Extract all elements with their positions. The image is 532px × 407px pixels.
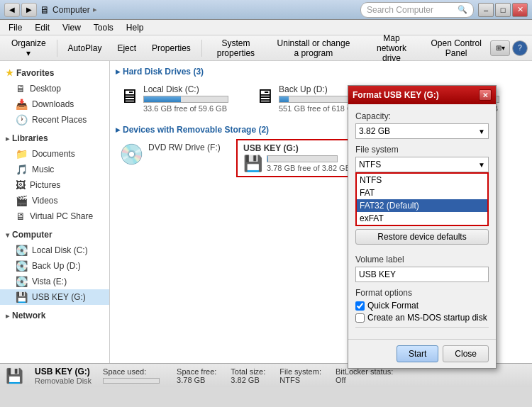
- filesystem-options-list: NTFS FAT FAT32 (Default) exFAT: [355, 172, 489, 226]
- dialog-body: Capacity: 3.82 GB ▼ File system NTFS ▼ N…: [348, 104, 496, 339]
- msdos-row: Create an MS-DOS startup disk: [355, 313, 489, 323]
- filesystem-current-value: NTFS: [359, 160, 381, 169]
- dialog-title: Format USB KEY (G:): [353, 90, 439, 100]
- fs-option-fat[interactable]: FAT: [357, 186, 487, 199]
- dialog-close-icon-btn[interactable]: ✕: [479, 89, 492, 101]
- msdos-checkbox[interactable]: [355, 313, 365, 323]
- fs-option-fat32[interactable]: FAT32 (Default): [357, 199, 487, 212]
- filesystem-dropdown-arrow-icon: ▼: [478, 161, 485, 169]
- format-options-label: Format options: [355, 288, 489, 298]
- filesystem-label-dialog: File system: [355, 145, 489, 155]
- dialog-overlay: Format USB KEY (G:) ✕ Capacity: 3.82 GB …: [0, 0, 532, 407]
- capacity-value: 3.82 GB: [359, 126, 390, 136]
- restore-defaults-btn[interactable]: Restore device defaults: [355, 229, 489, 245]
- format-dialog: Format USB KEY (G:) ✕ Capacity: 3.82 GB …: [348, 85, 497, 369]
- capacity-dropdown-arrow-icon: ▼: [478, 128, 485, 135]
- quick-format-checkbox[interactable]: [355, 301, 365, 311]
- fs-option-exfat[interactable]: exFAT: [357, 212, 487, 225]
- dialog-divider: [355, 327, 489, 328]
- start-btn[interactable]: Start: [397, 345, 438, 362]
- capacity-label: Capacity:: [355, 111, 489, 121]
- volume-label-input[interactable]: [355, 267, 489, 282]
- msdos-label: Create an MS-DOS startup disk: [367, 313, 487, 323]
- fs-option-ntfs[interactable]: NTFS: [357, 174, 487, 186]
- quick-format-label: Quick Format: [367, 301, 419, 311]
- capacity-dropdown[interactable]: 3.82 GB ▼: [355, 123, 489, 139]
- dialog-close-btn[interactable]: Close: [443, 345, 489, 362]
- filesystem-dropdown[interactable]: NTFS ▼: [355, 157, 489, 172]
- dialog-footer: Start Close: [348, 339, 496, 368]
- volume-label-text: Volume label: [355, 255, 489, 264]
- dialog-title-bar: Format USB KEY (G:) ✕: [348, 86, 496, 104]
- quick-format-row: Quick Format: [355, 301, 489, 311]
